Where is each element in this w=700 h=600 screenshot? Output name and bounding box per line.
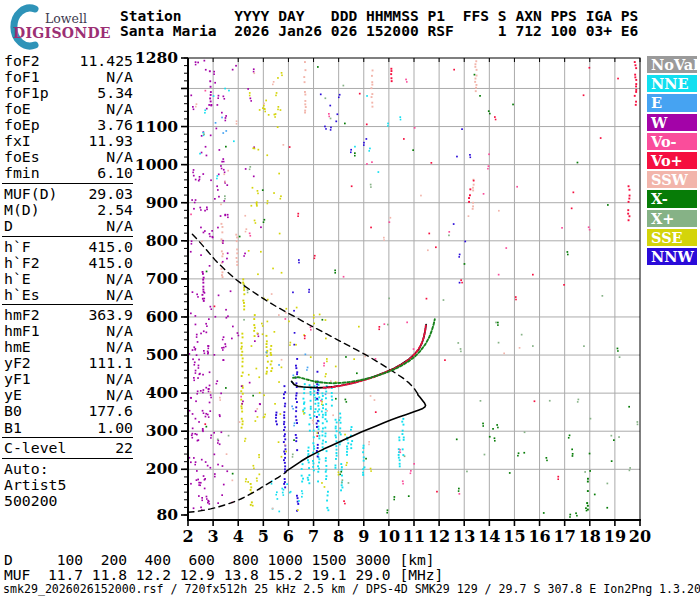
legend-item-nne: NNE	[647, 75, 697, 92]
profile-topside-model	[189, 231, 417, 394]
y-axis-tick-label: 500	[146, 345, 179, 364]
x-axis-tick-label: 2	[182, 527, 193, 546]
legend-item-e: E	[647, 94, 697, 111]
footer-status-line: smk29_2026026152000.rsf / 720fx512h 25 k…	[3, 583, 700, 596]
muf-row: MUF 11.7 11.8 12.2 12.9 13.8 15.2 19.1 2…	[4, 568, 443, 582]
ionogram-viewer: Lowell DIGISONDE Station YYYY DAY DDD HH…	[0, 0, 700, 600]
x-axis-tick-label: 13	[453, 527, 475, 546]
ionogram-plot: 1280110010009008007006005004003002008023…	[0, 0, 700, 600]
legend-item-xminus: X-	[647, 190, 697, 207]
profile-bottom-model	[188, 472, 286, 512]
y-axis-tick-label: 700	[146, 269, 179, 288]
x-axis-tick-label: 6	[283, 527, 294, 546]
x-axis-tick-label: 11	[403, 527, 425, 546]
y-axis-tick-label: 600	[146, 307, 179, 326]
legend-item-ssw: SSW	[647, 171, 697, 188]
x-axis-tick-label: 17	[554, 527, 576, 546]
legend-item-noval: NoVal	[647, 56, 697, 73]
x-axis-tick-label: 16	[528, 527, 550, 546]
x-axis-tick-label: 3	[208, 527, 219, 546]
x-axis-tick-label: 7	[308, 527, 319, 546]
y-axis-tick-label: 80	[156, 505, 178, 524]
y-axis-tick-label: 1280	[135, 48, 178, 67]
legend-item-sse: SSE	[647, 229, 697, 246]
x-axis-tick-label: 4	[233, 527, 244, 546]
x-axis-tick-label: 14	[478, 527, 500, 546]
legend-item-nnw: NNW	[647, 248, 697, 265]
y-axis-tick-label: 300	[146, 421, 179, 440]
legend-item-w: W	[647, 114, 697, 131]
x-axis-tick-label: 8	[333, 527, 344, 546]
x-axis-tick-label: 5	[258, 527, 269, 546]
x-axis-tick-label: 18	[579, 527, 601, 546]
y-axis-tick-label: 800	[146, 231, 179, 250]
legend-item-xplus: X+	[647, 210, 697, 227]
x-axis-tick-label: 20	[629, 527, 651, 546]
y-axis-tick-label: 900	[146, 193, 179, 212]
legend-item-vominus: Vo-	[647, 133, 697, 150]
direction-legend: NoValNNEEWVo-Vo+SSWX-X+SSENNW	[647, 56, 697, 267]
x-axis-tick-label: 9	[358, 527, 369, 546]
F2-virtual-height-trace	[292, 325, 427, 388]
y-axis-tick-label: 1000	[135, 155, 178, 174]
x-axis-tick-label: 15	[503, 527, 525, 546]
y-axis-tick-label: 400	[146, 383, 179, 402]
y-axis-tick-label: 1100	[135, 117, 178, 136]
legend-item-voplus: Vo+	[647, 152, 697, 169]
x-axis-tick-label: 12	[428, 527, 450, 546]
y-axis-tick-label: 200	[146, 459, 179, 478]
x-axis-tick-label: 10	[378, 527, 400, 546]
x-axis-tick-label: 19	[604, 527, 626, 546]
